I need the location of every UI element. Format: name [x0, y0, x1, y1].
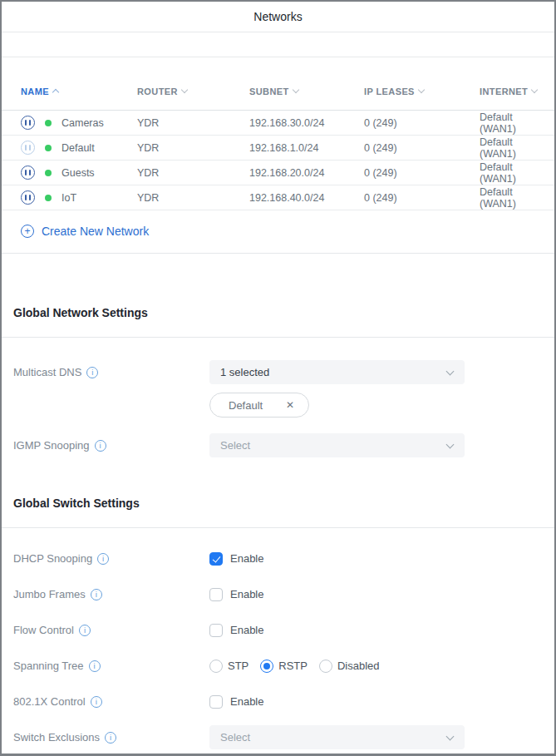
create-new-network-button[interactable]: + Create New Network	[21, 221, 149, 241]
radio-option-disabled[interactable]: Disabled	[319, 660, 380, 673]
ip-leases-cell: 0 (249)	[364, 142, 480, 154]
switch-exclusions-label-wrap: Switch Exclusions	[13, 731, 209, 744]
titlebar: Networks	[2, 2, 554, 32]
info-icon[interactable]	[79, 625, 91, 636]
status-dot	[45, 195, 52, 201]
table-row-cameras[interactable]: Cameras YDR 192.168.30.0/24 0 (249) Defa…	[2, 111, 554, 136]
router-cell: YDR	[137, 192, 249, 204]
chip-label: Default	[229, 399, 263, 412]
default-network-chip: Default ✕	[209, 393, 309, 418]
igmp-snooping-select[interactable]: Select	[209, 433, 465, 457]
chevron-down-icon	[446, 367, 455, 375]
disabled-radio[interactable]	[319, 660, 332, 673]
subnet-cell: 192.168.30.0/24	[249, 117, 364, 129]
status-dot	[45, 170, 52, 176]
network-name: Default	[62, 142, 95, 154]
network-name: Cameras	[62, 117, 104, 129]
flow-control-checkbox[interactable]	[209, 624, 223, 637]
radio-option-rstp[interactable]: RSTP	[260, 660, 308, 673]
igmp-snooping-label-wrap: IGMP Snooping	[13, 439, 209, 452]
multicast-dns-select[interactable]: 1 selected	[209, 360, 465, 384]
column-header-subnet[interactable]: SUBNET	[249, 86, 364, 96]
networks-settings-panel: Networks NAME ROUTER SUBNET IP LEASES IN…	[0, 0, 556, 756]
spanning-tree-row: Spanning Tree STP RSTP Disabled	[13, 654, 554, 678]
column-header-router[interactable]: ROUTER	[137, 86, 249, 96]
router-cell: YDR	[137, 142, 249, 154]
global-switch-settings-heading: Global Switch Settings	[13, 497, 554, 511]
create-new-network-label: Create New Network	[42, 225, 149, 238]
pause-network-icon[interactable]	[21, 166, 35, 180]
chevron-down-icon	[446, 732, 455, 740]
dot1x-control-checkbox[interactable]	[209, 695, 223, 709]
status-dot	[45, 145, 52, 151]
subnet-cell: 192.168.1.0/24	[249, 142, 364, 154]
heading-rule	[2, 337, 554, 338]
close-icon[interactable]: ✕	[286, 399, 294, 411]
internet-cell: Default (WAN1)	[480, 136, 544, 160]
enable-label[interactable]: Enable	[230, 624, 263, 636]
spanning-tree-radio-group: STP RSTP Disabled	[209, 660, 380, 673]
dot1x-control-label: 802.1X Control	[13, 695, 86, 708]
dot1x-control-label-wrap: 802.1X Control	[13, 695, 209, 708]
pause-network-icon[interactable]	[21, 141, 35, 155]
igmp-snooping-row: IGMP Snooping Select	[13, 433, 554, 457]
router-cell: YDR	[137, 167, 249, 179]
multicast-dns-row: Multicast DNS 1 selected	[13, 360, 554, 384]
info-icon[interactable]	[91, 589, 102, 600]
sort-asc-caret-icon	[52, 89, 59, 96]
dhcp-snooping-row: DHCP Snooping Enable	[13, 546, 554, 571]
stp-radio[interactable]	[209, 660, 223, 673]
info-icon[interactable]	[105, 732, 116, 744]
column-header-ip-leases[interactable]: IP LEASES	[364, 86, 480, 96]
status-dot	[45, 120, 52, 126]
info-icon[interactable]	[97, 553, 109, 565]
multicast-dns-value: 1 selected	[220, 366, 269, 378]
column-header-name[interactable]: NAME	[21, 86, 137, 96]
enable-label[interactable]: Enable	[230, 588, 263, 600]
pause-network-icon[interactable]	[21, 116, 35, 130]
table-row-iot[interactable]: IoT YDR 192.168.40.0/24 0 (249) Default …	[2, 185, 554, 210]
internet-cell: Default (WAN1)	[480, 186, 544, 210]
dhcp-snooping-checkbox[interactable]	[209, 552, 223, 566]
info-icon[interactable]	[91, 696, 102, 708]
jumbo-frames-checkbox[interactable]	[209, 588, 223, 601]
heading-rule	[2, 527, 554, 528]
igmp-snooping-placeholder: Select	[220, 439, 250, 452]
enable-label[interactable]: Enable	[230, 695, 263, 708]
sort-caret-icon	[292, 86, 298, 93]
network-name-cell: Cameras	[21, 116, 137, 130]
dhcp-snooping-label-wrap: DHCP Snooping	[13, 552, 209, 565]
sort-caret-icon	[181, 86, 188, 93]
jumbo-frames-row: Jumbo Frames Enable	[13, 582, 554, 606]
info-icon[interactable]	[86, 367, 98, 378]
radio-option-stp[interactable]: STP	[209, 660, 248, 673]
network-name: Guests	[62, 167, 95, 179]
column-header-internet[interactable]: INTERNET	[480, 86, 544, 96]
networks-table-header: NAME ROUTER SUBNET IP LEASES INTERNET	[2, 57, 554, 111]
flow-control-label-wrap: Flow Control	[13, 624, 209, 636]
sort-caret-icon	[418, 86, 425, 93]
table-row-default[interactable]: Default YDR 192.168.1.0/24 0 (249) Defau…	[2, 136, 554, 161]
switch-exclusions-select[interactable]: Select	[209, 725, 465, 749]
switch-exclusions-placeholder: Select	[220, 731, 250, 744]
flow-control-label: Flow Control	[13, 624, 74, 636]
pause-network-icon[interactable]	[21, 190, 35, 205]
switch-exclusions-label: Switch Exclusions	[13, 731, 100, 744]
enable-label[interactable]: Enable	[230, 552, 263, 565]
network-name-cell: Guests	[21, 166, 137, 180]
info-icon[interactable]	[95, 440, 106, 452]
ip-leases-cell: 0 (249)	[364, 117, 480, 129]
dhcp-snooping-label: DHCP Snooping	[13, 552, 92, 565]
global-network-settings-heading: Global Network Settings	[13, 306, 554, 320]
internet-cell: Default (WAN1)	[480, 161, 544, 185]
igmp-snooping-label: IGMP Snooping	[13, 439, 90, 452]
section-divider	[2, 253, 554, 254]
spanning-tree-label: Spanning Tree	[13, 660, 84, 672]
toolbar-strip	[2, 32, 554, 57]
page-title: Networks	[253, 10, 302, 23]
table-row-guests[interactable]: Guests YDR 192.168.20.0/24 0 (249) Defau…	[2, 161, 554, 185]
rstp-radio[interactable]	[260, 660, 273, 673]
multicast-dns-label: Multicast DNS	[13, 366, 81, 378]
info-icon[interactable]	[89, 660, 101, 672]
plus-circle-icon: +	[21, 225, 34, 238]
